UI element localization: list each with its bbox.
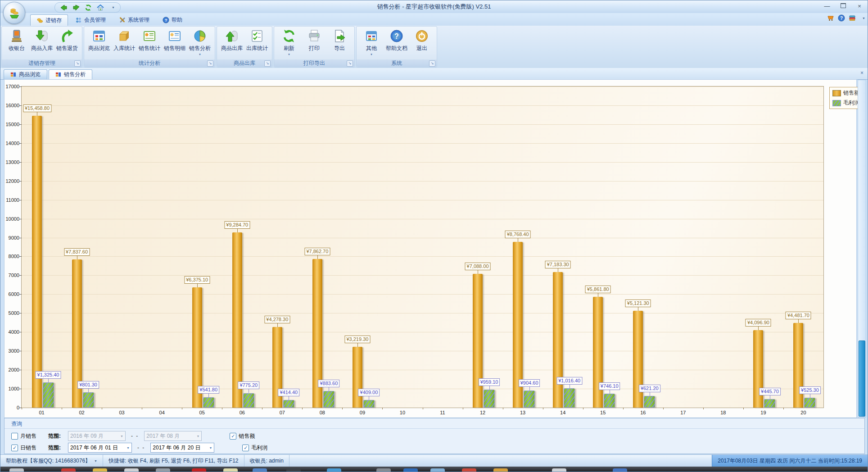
taskbar-app-icon[interactable] bbox=[376, 468, 391, 472]
ribbon-button-销售明细[interactable]: 销售明细 bbox=[162, 28, 187, 52]
ribbon-button-商品入库[interactable]: 商品入库 bbox=[29, 28, 54, 52]
dropdown-icon[interactable]: ▼ bbox=[94, 459, 97, 463]
taskbar-app-icon[interactable] bbox=[286, 468, 301, 472]
vertical-scrollbar[interactable] bbox=[858, 80, 866, 418]
dialog-launcher-icon[interactable]: ↘ bbox=[264, 60, 271, 67]
home-icon[interactable] bbox=[97, 4, 104, 11]
ribbon-button-刷新[interactable]: 刷新▼ bbox=[276, 28, 302, 56]
taskbar-app-icon[interactable] bbox=[192, 468, 206, 472]
sales-bar[interactable] bbox=[553, 272, 563, 408]
profit-bar[interactable] bbox=[203, 397, 214, 408]
profit-bar[interactable] bbox=[83, 392, 94, 408]
chevron-down-icon[interactable]: ▼ bbox=[288, 53, 290, 56]
ribbon-tab-进销存[interactable]: 进销存 bbox=[30, 14, 68, 26]
taskbar-app-icon[interactable] bbox=[430, 468, 445, 472]
back-icon[interactable] bbox=[60, 4, 68, 11]
taskbar-app-icon[interactable] bbox=[327, 468, 341, 472]
chevron-down-icon[interactable]: ▼ bbox=[127, 446, 130, 449]
profit-bar[interactable] bbox=[363, 400, 375, 408]
ribbon-button-入库统计[interactable]: 入库统计 bbox=[112, 28, 137, 52]
ribbon-tab-系统管理[interactable]: 系统管理 bbox=[113, 14, 155, 25]
dialog-launcher-icon[interactable]: ↘ bbox=[207, 60, 213, 67]
dialog-launcher-icon[interactable]: ↘ bbox=[429, 60, 435, 67]
ribbon-tab-会员管理[interactable]: 会员管理 bbox=[69, 14, 112, 25]
doc-tab-商品浏览[interactable]: 商品浏览 bbox=[4, 69, 47, 79]
range-to-combo[interactable]: 2017 年 06 月 20 日▼ bbox=[150, 443, 214, 453]
profit-bar[interactable] bbox=[644, 396, 655, 408]
sales-bar[interactable] bbox=[753, 330, 763, 408]
sales-bar[interactable] bbox=[32, 116, 42, 408]
销售额-checkbox[interactable]: ✓ bbox=[230, 433, 236, 440]
taskbar-app-icon[interactable] bbox=[9, 468, 24, 472]
taskbar-app-icon[interactable] bbox=[223, 468, 238, 472]
profit-bar[interactable] bbox=[524, 390, 535, 408]
app-logo-icon[interactable] bbox=[3, 2, 25, 24]
taskbar-app-icon[interactable] bbox=[493, 468, 508, 472]
tabstrip-close-icon[interactable]: × bbox=[860, 70, 863, 76]
taskbar-app-icon[interactable] bbox=[613, 468, 627, 472]
minimize-button[interactable]: — bbox=[823, 3, 831, 9]
ribbon-button-导出[interactable]: 导出 bbox=[327, 28, 352, 52]
taskbar-app-icon[interactable] bbox=[93, 468, 107, 472]
forward-icon[interactable] bbox=[72, 4, 80, 11]
refresh-icon[interactable] bbox=[85, 4, 92, 11]
taskbar-app-icon[interactable] bbox=[61, 468, 76, 472]
taskbar-app-icon[interactable] bbox=[403, 468, 418, 472]
profit-bar[interactable] bbox=[764, 399, 775, 408]
chevron-down-icon: ▼ bbox=[120, 435, 123, 438]
qat-customize-icon[interactable]: ▼ bbox=[112, 6, 115, 9]
scrollbar-thumb[interactable] bbox=[859, 340, 865, 417]
chevron-down-icon[interactable]: ▼ bbox=[199, 53, 201, 56]
ribbon-button-商品出库[interactable]: 商品出库 bbox=[219, 28, 244, 52]
help-circle-icon[interactable]: ? bbox=[838, 14, 845, 22]
profit-bar[interactable] bbox=[604, 394, 615, 408]
y-axis-label: 0 bbox=[5, 405, 19, 410]
taskbar-app-icon[interactable] bbox=[462, 468, 476, 472]
日销售-checkbox[interactable]: ✓ bbox=[11, 445, 18, 451]
ribbon-button-帮助文档[interactable]: ?帮助文档 bbox=[384, 28, 409, 52]
sales-bar[interactable] bbox=[353, 347, 362, 408]
ribbon-tab-帮助[interactable]: ?帮助 bbox=[157, 14, 188, 25]
ribbon-button-打印[interactable]: 打印 bbox=[302, 28, 327, 52]
ribbon-button-收银台[interactable]: 收银台 bbox=[4, 28, 29, 52]
profit-bar[interactable] bbox=[243, 393, 254, 408]
label-connector bbox=[518, 238, 518, 242]
ribbon-button-销售退货[interactable]: 销售退货 bbox=[54, 28, 80, 52]
close-button[interactable]: × bbox=[856, 3, 863, 9]
taskbar-app-icon[interactable] bbox=[124, 468, 139, 472]
profit-bar[interactable] bbox=[323, 391, 335, 408]
sales-bar[interactable] bbox=[633, 311, 643, 408]
dropdown-icon[interactable]: ▼ bbox=[862, 17, 865, 20]
taskbar-app-icon[interactable] bbox=[552, 468, 566, 472]
profit-bar[interactable] bbox=[283, 400, 294, 408]
sales-bar[interactable] bbox=[473, 274, 483, 408]
taskbar-app-icon[interactable] bbox=[156, 468, 170, 472]
book-icon[interactable] bbox=[849, 14, 856, 22]
ribbon-button-商品浏览[interactable]: 商品浏览 bbox=[86, 28, 112, 52]
ribbon-button-其他[interactable]: 其他▼ bbox=[359, 28, 384, 56]
profit-bar[interactable] bbox=[43, 382, 54, 408]
chevron-down-icon[interactable]: ▼ bbox=[209, 446, 212, 449]
profit-bar[interactable] bbox=[804, 398, 815, 408]
cart-icon[interactable] bbox=[827, 14, 834, 22]
out-stats-icon bbox=[250, 29, 264, 43]
ribbon-button-销售分析[interactable]: 销售分析▼ bbox=[187, 28, 212, 56]
月销售-checkbox[interactable] bbox=[11, 433, 18, 440]
maximize-button[interactable] bbox=[840, 3, 847, 9]
ribbon-button-退出[interactable]: 退出 bbox=[409, 28, 434, 52]
doc-tab-销售分析[interactable]: 销售分析 bbox=[49, 69, 92, 79]
sales-bar[interactable] bbox=[593, 297, 603, 408]
profit-bar[interactable] bbox=[564, 388, 575, 408]
ribbon-button-销售统计[interactable]: 销售统计 bbox=[137, 28, 162, 52]
range-from-combo[interactable]: 2017 年 06 月 01 日▼ bbox=[68, 443, 132, 453]
ribbon-button-出库统计[interactable]: 出库统计 bbox=[244, 28, 270, 52]
taskbar-app-icon[interactable] bbox=[253, 468, 267, 472]
sales-bar[interactable] bbox=[793, 323, 803, 408]
毛利润-checkbox[interactable]: ✓ bbox=[242, 445, 249, 451]
dialog-launcher-icon[interactable]: ↘ bbox=[347, 60, 353, 67]
os-taskbar[interactable] bbox=[0, 467, 868, 472]
profit-bar[interactable] bbox=[484, 390, 495, 408]
chevron-down-icon[interactable]: ▼ bbox=[370, 53, 373, 56]
dialog-launcher-icon[interactable]: ↘ bbox=[74, 60, 81, 67]
statusbar-help[interactable]: 帮助教程【客服QQ: 1416683076】▼ bbox=[0, 455, 103, 467]
